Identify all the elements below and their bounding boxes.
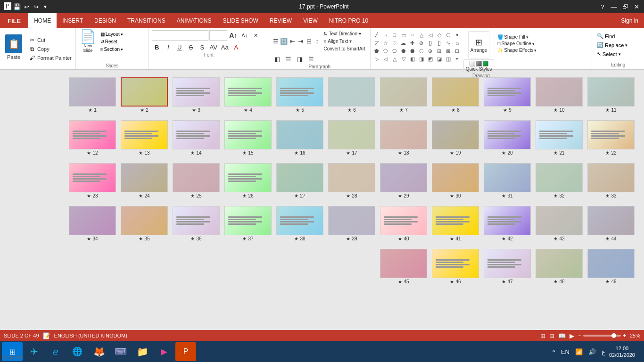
slide-thumb-38[interactable]: ★38 [276,206,323,241]
slide-thumb-48[interactable]: ★48 [536,249,583,284]
shape-cloud[interactable]: ☁ [399,39,408,47]
shape-rect[interactable]: □ [390,31,399,39]
slide-thumb-15[interactable]: ★15 [224,120,272,156]
bold-button[interactable]: B [152,42,162,52]
slide-thumb-42[interactable]: ★42 [484,206,531,241]
transitions-tab[interactable]: TRANSITIONS [122,13,171,28]
slide-thumb-26[interactable]: ★26 [224,163,272,198]
shape-curve[interactable]: ∿ [444,39,453,47]
help-button[interactable]: ? [599,3,606,10]
slide-thumb-40[interactable]: ★40 [380,206,427,241]
convert-smartart-button[interactable]: Convert to SmartArt [322,45,367,52]
minimize-button[interactable]: — [610,3,618,10]
shadow-button[interactable]: S [197,42,207,52]
slide-thumb-7[interactable]: ★7 [380,77,427,113]
slide-thumb-11[interactable]: ★11 [587,77,635,113]
shape-arrow[interactable]: → [381,31,390,39]
slide-thumb-24[interactable]: ★24 [121,163,168,198]
shape-8[interactable]: ⬡ [417,47,426,55]
shape-star[interactable]: ☆ [381,39,390,47]
slide-thumb-3[interactable]: ★3 [173,77,220,113]
insert-tab[interactable]: INSERT [57,13,89,28]
slide-thumb-32[interactable]: ★32 [536,163,583,198]
section-button[interactable]: ≡ Section ▾ [99,46,124,52]
layout-button[interactable]: ▦ Layout ▾ [99,31,124,37]
slide-thumb-4[interactable]: ★4 [224,77,272,113]
shape-rtri[interactable]: ◁ [426,31,435,39]
slide-thumb-47[interactable]: ★47 [484,249,531,284]
copy-button[interactable]: ⧉ Copy [26,45,74,53]
firefox-app[interactable]: 🦊 [89,342,109,361]
notes-icon[interactable]: 📝 [43,332,50,339]
reading-view-icon[interactable]: 📖 [558,332,566,339]
shape-22[interactable]: ▾ [453,55,462,63]
slide-thumb-5[interactable]: ★5 [276,77,323,113]
shape-round-rect[interactable]: ▭ [399,31,408,39]
slide-thumb-22[interactable]: ★22 [587,120,635,156]
zoom-in-icon[interactable]: + [623,332,626,339]
home-tab[interactable]: HOME [28,13,57,28]
shape-16[interactable]: ▽ [399,55,408,63]
shape-fill-button[interactable]: 🪣 Shape Fill ▾ [496,34,538,40]
new-slide-button[interactable]: 📄 New Slide [79,29,97,54]
italic-button[interactable]: I [163,42,173,52]
shape-13[interactable]: ▷ [372,55,381,63]
redo-icon[interactable]: ↪ [32,3,40,10]
align-left-button[interactable]: ◧ [272,54,282,64]
shape-bracket[interactable]: [] [435,39,444,47]
slide-thumb-39[interactable]: ★39 [328,206,375,241]
clock[interactable]: 12:00 02/01/2020 [609,345,635,359]
file-menu[interactable]: FILE [0,13,28,28]
font-size-input[interactable] [209,30,227,41]
network-icon[interactable]: 📶 [573,347,585,356]
decrease-font-button[interactable]: A↓ [239,30,250,41]
slide-thumb-46[interactable]: ★46 [432,249,479,284]
close-button[interactable]: ✕ [633,3,640,10]
keyboard-app[interactable]: ⌨ [110,342,131,361]
shape-oval[interactable]: ○ [408,31,417,39]
shape-7[interactable]: ⬣ [408,47,417,55]
slide-thumb-13[interactable]: ★13 [121,120,168,156]
zoom-level[interactable]: 25% [630,333,640,338]
customize-icon[interactable]: ▼ [41,3,49,10]
keyboard-layout-icon[interactable]: EN [559,347,571,356]
show-desktop-icon[interactable] [637,351,642,353]
slide-thumb-29[interactable]: ★29 [380,163,427,198]
slide-thumb-1[interactable]: ★1 [69,77,116,113]
select-button[interactable]: ↖ Select ▾ [595,50,641,58]
slide-thumb-23[interactable]: ★23 [69,163,116,198]
shape-more[interactable]: ▾ [453,31,462,39]
shape-extra[interactable]: ⌂ [453,39,462,47]
shape-11[interactable]: ⊠ [444,47,453,55]
font-name-input[interactable] [152,30,208,41]
undo-icon[interactable]: ↩ [23,3,30,10]
underline-button[interactable]: U [174,42,185,52]
shape-effects-button[interactable]: ✨ Shape Effects ▾ [496,47,538,53]
slide-thumb-27[interactable]: ★27 [276,163,323,198]
shape-4[interactable]: ⬠ [381,47,390,55]
shape-14[interactable]: ◁ [381,55,390,63]
show-hidden-icon[interactable]: ^ [551,347,557,356]
increase-font-button[interactable]: A↑ [228,30,239,41]
slide-thumb-14[interactable]: ★14 [173,120,220,156]
shape-heart[interactable]: ♡ [390,39,399,47]
slide-thumb-2[interactable]: ★2 [121,77,168,113]
shape-brace[interactable]: {} [426,39,435,47]
animations-tab[interactable]: ANIMATIONS [171,13,217,28]
restore-button[interactable]: 🗗 [621,3,629,10]
shape-cross[interactable]: ✚ [408,39,417,47]
slide-thumb-41[interactable]: ★41 [432,206,479,241]
slide-thumb-30[interactable]: ★30 [432,163,479,198]
font-color-button[interactable]: A [231,42,241,52]
shape-diamond[interactable]: ◇ [435,31,444,39]
increase-indent-button[interactable]: ⇥ [297,36,305,47]
sign-in-button[interactable]: Sign in [615,13,644,28]
align-center-button[interactable]: ☰ [283,54,294,64]
slide-thumb-9[interactable]: ★9 [484,77,531,113]
shape-5[interactable]: ⎔ [390,47,399,55]
design-tab[interactable]: DESIGN [89,13,122,28]
decrease-indent-button[interactable]: ⇤ [289,36,296,47]
shape-ban[interactable]: ⊘ [417,39,426,47]
shape-line[interactable]: ╱ [372,31,381,39]
shape-15[interactable]: △ [390,55,399,63]
